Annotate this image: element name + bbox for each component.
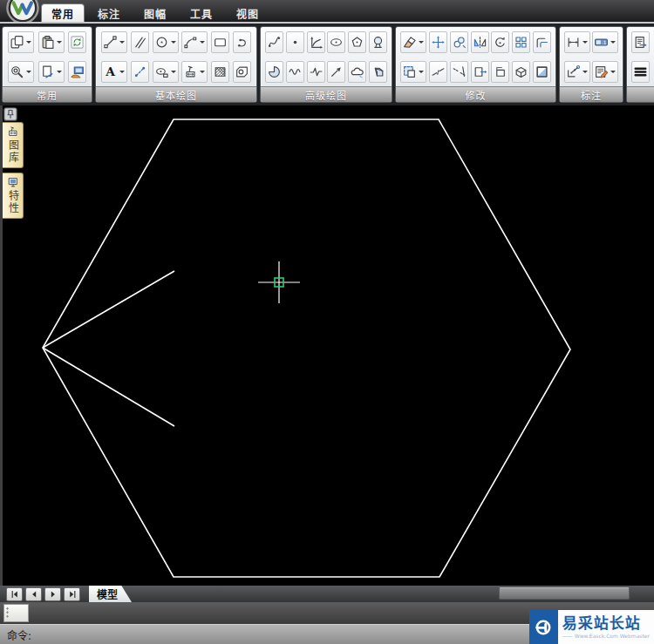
dropdown-caret-icon[interactable] [26,71,31,76]
copy-button[interactable] [8,31,34,53]
paste-button[interactable] [38,31,65,53]
horizontal-scrollbar-thumb[interactable] [499,587,630,600]
copy-icon [10,35,24,50]
copy-objects-icon [452,35,467,50]
dropdown-caret-icon[interactable] [119,71,125,76]
dropdown-caret-icon[interactable] [119,41,125,46]
dropdown-caret-icon[interactable] [610,41,616,46]
menu-tab-视图[interactable]: 视图 [227,4,269,22]
rotate3d-button[interactable] [512,61,530,83]
erase-button[interactable] [400,31,426,53]
nav-prev-button[interactable] [25,587,42,601]
break-button[interactable] [429,61,447,83]
circle-button[interactable] [153,31,179,53]
wave-button[interactable] [286,61,304,83]
wipeout-button[interactable] [153,61,179,83]
hatch-button[interactable] [211,61,229,83]
zigzag-button[interactable] [307,61,325,83]
balloon-button[interactable] [369,31,387,53]
ordinate-dim-button[interactable]: .1 [592,31,618,53]
offset-button[interactable] [533,31,551,53]
svg-text:A: A [105,64,115,78]
wave-icon [288,64,303,79]
sidebar-tab-特性[interactable]: 特性 [3,173,24,219]
menu-button[interactable] [631,61,650,83]
paste-icon [40,35,55,50]
rectangle-icon [213,35,228,50]
dimension-style-button[interactable] [181,61,208,83]
nav-last-button[interactable] [64,587,80,601]
line-button[interactable] [101,31,127,53]
dropdown-caret-icon[interactable] [171,41,176,46]
extend-button[interactable] [450,61,468,83]
dropdown-caret-icon[interactable] [200,41,205,46]
menu-icon [633,64,648,79]
sector-button[interactable] [265,61,283,83]
model-tab[interactable]: 模型 [89,586,132,602]
coordinate-dim-button[interactable] [564,61,590,83]
arrow-button[interactable] [327,61,345,83]
nav-next-button[interactable] [44,587,61,601]
dropdown-caret-icon[interactable] [610,71,616,76]
dropdown-caret-icon[interactable] [57,41,62,46]
panel-label [627,86,654,102]
polygon-button[interactable] [348,31,366,53]
text-edit-button[interactable] [592,61,618,83]
menu-tab-图幅[interactable]: 图幅 [134,4,176,22]
copy-objects-button[interactable] [450,31,468,53]
pin-icon[interactable] [3,107,17,121]
text-edit-icon [594,64,609,79]
pan-button[interactable] [38,61,65,83]
spline-button[interactable] [265,31,283,53]
move-button[interactable] [429,31,447,53]
cloud-button[interactable] [348,61,366,83]
redraw-button[interactable] [68,61,86,83]
menu-tabs: 常用标注图幅工具视图 [42,4,269,22]
menu-tab-常用[interactable]: 常用 [42,4,84,22]
menubar: 常用标注图幅工具视图 [0,0,654,22]
refresh-button[interactable] [68,31,86,53]
dropdown-caret-icon[interactable] [57,71,62,76]
chamfer-button[interactable] [491,61,509,83]
circle-icon [154,35,169,50]
redraw-icon [70,64,85,79]
dropdown-caret-icon[interactable] [419,41,424,46]
boundary-button[interactable] [233,61,251,83]
nav-first-button[interactable] [6,587,23,601]
point-button[interactable] [286,31,304,53]
app-logo-button[interactable] [6,0,39,24]
menu-tab-标注[interactable]: 标注 [88,4,130,22]
array-button[interactable] [512,31,530,53]
stretch-button[interactable] [471,61,489,83]
scale-button[interactable] [400,61,426,83]
sidebar-tab-图库[interactable]: 图库 [3,122,24,168]
divide-button[interactable] [131,61,149,83]
command-window-grip[interactable] [3,604,29,622]
dimension-style-icon [183,64,198,79]
linear-dim-button[interactable] [564,31,590,53]
ellipse-button[interactable] [327,31,345,53]
dropdown-caret-icon[interactable] [582,71,588,76]
arc-button[interactable] [181,31,208,53]
mirror-button[interactable] [471,31,489,53]
function-button[interactable] [307,31,325,53]
fill-button[interactable] [533,61,551,83]
export-button[interactable] [631,31,650,53]
library-icon [7,125,19,138]
text-button[interactable]: A [101,61,127,83]
rectangle-button[interactable] [211,31,229,53]
drawing-canvas[interactable] [26,105,654,586]
app-logo-icon[interactable] [6,0,39,24]
polyline-button[interactable] [233,31,251,53]
parallel-button[interactable] [131,31,149,53]
menu-tab-工具[interactable]: 工具 [181,4,222,22]
dropdown-caret-icon[interactable] [582,41,588,46]
pin-icon[interactable] [3,107,17,121]
rotate-button[interactable] [491,31,509,53]
dropdown-caret-icon[interactable] [200,71,205,76]
zoom-button[interactable] [8,61,34,83]
solid-button[interactable] [369,61,387,83]
dropdown-caret-icon[interactable] [26,41,31,46]
dropdown-caret-icon[interactable] [419,71,424,76]
dropdown-caret-icon[interactable] [171,71,176,76]
